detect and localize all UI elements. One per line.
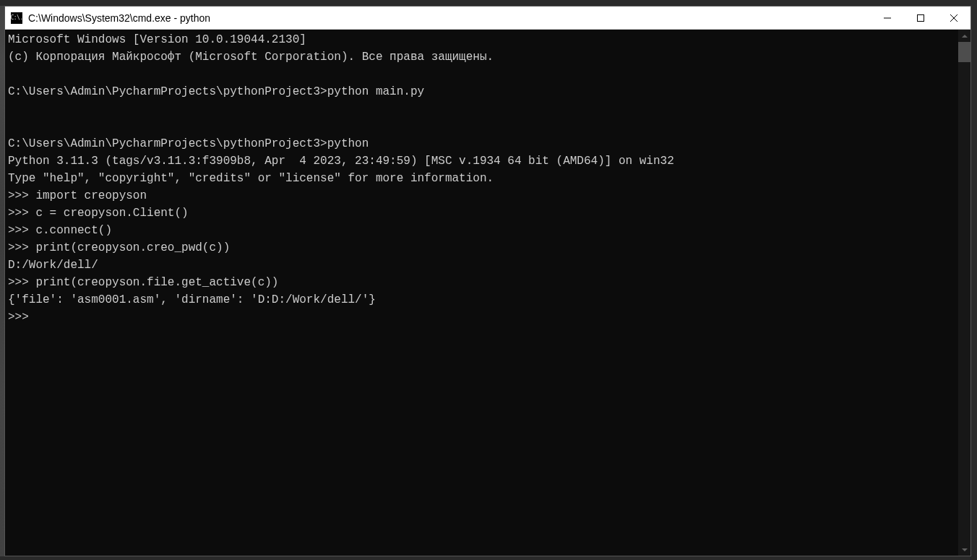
chevron-down-icon bbox=[962, 548, 968, 551]
close-icon bbox=[950, 14, 957, 22]
window-controls bbox=[871, 7, 970, 29]
cmd-icon: C:\. bbox=[11, 12, 22, 24]
terminal-area: Microsoft Windows [Version 10.0.19044.21… bbox=[5, 30, 970, 556]
scrollbar-up-button[interactable] bbox=[958, 30, 970, 42]
scrollbar-down-button[interactable] bbox=[958, 543, 970, 556]
maximize-button[interactable] bbox=[904, 7, 937, 29]
svg-rect-1 bbox=[918, 14, 924, 21]
scrollbar-thumb[interactable] bbox=[958, 42, 970, 62]
scrollbar[interactable] bbox=[958, 30, 970, 556]
window-title: C:\Windows\System32\cmd.exe - python bbox=[28, 12, 871, 24]
close-button[interactable] bbox=[937, 7, 970, 29]
maximize-icon bbox=[917, 14, 924, 22]
chevron-up-icon bbox=[962, 35, 968, 38]
minimize-icon bbox=[884, 14, 891, 22]
minimize-button[interactable] bbox=[871, 7, 904, 29]
svg-marker-4 bbox=[962, 35, 968, 38]
cmd-window: C:\. C:\Windows\System32\cmd.exe - pytho… bbox=[4, 6, 971, 556]
titlebar[interactable]: C:\. C:\Windows\System32\cmd.exe - pytho… bbox=[5, 7, 970, 30]
terminal-output[interactable]: Microsoft Windows [Version 10.0.19044.21… bbox=[5, 30, 958, 556]
svg-marker-5 bbox=[962, 548, 968, 551]
